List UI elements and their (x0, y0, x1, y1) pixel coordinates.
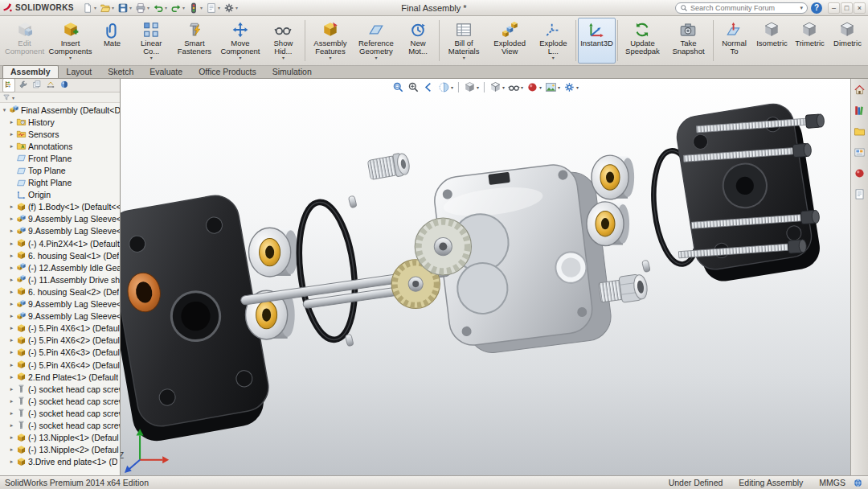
file-properties-dropdown-icon[interactable]: ▾ (218, 5, 220, 10)
dowel-pin-2[interactable] (345, 334, 354, 347)
tree-item-sensors[interactable]: ▸Sensors (0, 128, 120, 140)
undo-dropdown-icon[interactable]: ▾ (165, 5, 167, 10)
tree-item-9-assembly-lag-sleeve[interactable]: ▸9.Assembly Lag Sleeve< (0, 213, 120, 225)
ribbon-assembly-features-button[interactable]: Assembly Features▾ (307, 18, 353, 64)
chevron-down-icon[interactable]: ▾ (69, 55, 72, 60)
tree-expander-icon[interactable]: ▸ (9, 434, 14, 441)
save-button[interactable]: ▾ (116, 2, 133, 14)
tree-expander-icon[interactable]: ▸ (9, 398, 14, 405)
feature-manager-tab[interactable] (2, 78, 15, 92)
display-manager-tab[interactable] (59, 79, 70, 92)
open-document-dropdown-icon[interactable]: ▾ (112, 5, 114, 10)
chevron-down-icon[interactable]: ▾ (539, 84, 542, 90)
minimize-button[interactable]: – (828, 2, 840, 14)
chevron-down-icon[interactable]: ▾ (558, 84, 560, 90)
chevron-down-icon[interactable]: ▾ (521, 84, 523, 90)
tree-item-origin[interactable]: Origin (0, 189, 120, 201)
o-ring-seal-1[interactable] (293, 199, 362, 343)
tab-office-products[interactable]: Office Products (190, 65, 264, 78)
tree-expander-icon[interactable]: ▸ (9, 301, 14, 307)
ribbon-trimetric-button[interactable]: Trimetric (791, 18, 829, 64)
apply-scene-button[interactable]: ▾ (544, 80, 561, 94)
tree-expander-icon[interactable]: ▸ (9, 203, 14, 210)
tree-expander-icon[interactable]: ▸ (9, 131, 14, 138)
tree-item-right-plane[interactable]: Right Plane (0, 177, 120, 189)
globe-icon[interactable] (853, 478, 863, 488)
tree-expander-icon[interactable]: ▸ (9, 386, 14, 392)
dowel-pin-1[interactable] (348, 195, 357, 208)
tree-expander-icon[interactable]: ▸ (9, 422, 14, 429)
chevron-down-icon[interactable]: ▾ (282, 55, 285, 60)
tab-layout[interactable]: Layout (59, 65, 100, 78)
tab-simulation[interactable]: Simulation (264, 65, 320, 78)
file-explorer-button[interactable] (853, 125, 866, 140)
tree-item-13-nipple-1-defaul[interactable]: ▸(-) 13.Nipple<1> (Defaul (0, 432, 120, 444)
ribbon-edit-component-button[interactable]: Edit Component (2, 18, 47, 64)
property-manager-tab[interactable] (18, 79, 29, 92)
solidworks-resources-button[interactable] (853, 83, 866, 98)
tree-expander-icon[interactable]: ▸ (9, 325, 14, 331)
community-search[interactable]: ▾ (675, 2, 808, 14)
tree-item-6-housing-seal-2-def[interactable]: ▸6. housing Seal<2> (Def (0, 286, 120, 298)
display-style-button[interactable]: ▾ (489, 80, 506, 94)
ribbon-move-component-button[interactable]: Move Component▾ (217, 18, 263, 64)
appearances-scenes-button[interactable] (853, 166, 866, 182)
tree-expander-icon[interactable]: ▸ (9, 143, 14, 150)
tree-expander-icon[interactable]: ▸ (9, 446, 14, 453)
tree-item-socket-head-cap-screw[interactable]: ▸(-) socket head cap screw (0, 419, 120, 431)
ribbon-new-mot-button[interactable]: New Mot... (399, 18, 436, 64)
zoom-to-fit-button[interactable] (391, 80, 405, 94)
chevron-down-icon[interactable]: ▾ (477, 84, 479, 90)
ribbon-isometric-button[interactable]: Isometric (753, 18, 791, 64)
custom-properties-button[interactable] (853, 187, 866, 203)
ribbon-show-hid-button[interactable]: Show Hid...▾ (263, 18, 303, 64)
options-dropdown-icon[interactable]: ▾ (235, 5, 238, 10)
bearing-sleeve-1[interactable] (249, 228, 298, 277)
open-document-button[interactable]: ▾ (98, 2, 116, 14)
zoom-to-area-button[interactable] (407, 80, 420, 94)
graphics-area[interactable]: Z ▾▾▾▾▾▾▾ (121, 79, 850, 475)
maximize-button[interactable]: □ (841, 2, 853, 14)
chevron-down-icon[interactable]: ▾ (463, 55, 465, 60)
tab-sketch[interactable]: Sketch (100, 65, 141, 78)
tree-item-3-drive-end-plate-1-d[interactable]: ▸3.Drive end plate<1> (D (0, 456, 120, 468)
tree-expander-icon[interactable]: ▸ (9, 410, 14, 417)
statusbar-units[interactable]: MMGS (819, 478, 845, 487)
ribbon-instant3d-button[interactable]: Instant3D (578, 18, 616, 64)
previous-view-button[interactable] (422, 80, 436, 94)
configuration-manager-tab[interactable] (31, 79, 43, 92)
help-button[interactable]: ? (811, 2, 822, 14)
tree-expander-icon[interactable]: ▸ (9, 240, 14, 247)
ribbon-mate-button[interactable]: Mate (93, 18, 131, 64)
section-view-button[interactable]: ▾ (437, 80, 454, 94)
tree-expander-icon[interactable]: ▸ (9, 337, 14, 343)
ribbon-bill-of-materials-button[interactable]: Bill of Materials▾ (441, 18, 487, 64)
ribbon-update-speedpak-button[interactable]: Update Speedpak (620, 18, 665, 64)
undo-button[interactable]: ▾ (151, 2, 169, 14)
dimxpert-manager-tab[interactable] (45, 79, 56, 92)
tree-expander-icon[interactable]: ▸ (9, 253, 14, 259)
redo-dropdown-icon[interactable]: ▾ (182, 5, 185, 10)
chevron-down-icon[interactable]: ▾ (375, 55, 377, 60)
ribbon-take-snapshot-button[interactable]: Take Snapshot (665, 18, 711, 64)
bearing-sleeve-3[interactable] (592, 155, 634, 199)
save-dropdown-icon[interactable]: ▾ (129, 5, 132, 10)
drive-gear[interactable] (415, 218, 471, 275)
chevron-down-icon[interactable]: ▾ (329, 55, 331, 60)
tree-item-13-nipple-2-defaul[interactable]: ▸(-) 13.Nipple<2> (Defaul (0, 444, 120, 456)
tree-item-5-pin-4x6-4-defaul[interactable]: ▸(-) 5.Pin 4X6<4> (Defaul (0, 359, 120, 371)
redo-button[interactable]: ▾ (169, 2, 186, 14)
print-dropdown-icon[interactable]: ▾ (147, 5, 149, 10)
filter-dropdown-icon[interactable]: ▾ (12, 95, 14, 101)
tree-expander-icon[interactable]: ▸ (9, 458, 14, 465)
new-document-dropdown-icon[interactable]: ▾ (94, 5, 96, 10)
options-button[interactable]: ▾ (222, 2, 240, 14)
dowel-pin-3[interactable] (642, 260, 651, 273)
hide-show-items-button[interactable]: ▾ (507, 80, 524, 94)
ribbon-explode-l-button[interactable]: Explode L...▾ (533, 18, 574, 64)
file-properties-button[interactable]: ▾ (204, 2, 222, 14)
tree-item-5-pin-4x6-2-defaul[interactable]: ▸(-) 5.Pin 4X6<2> (Defaul (0, 335, 120, 347)
tree-item-5-pin-4x6-1-defaul[interactable]: ▸(-) 5.Pin 4X6<1> (Defaul (0, 323, 120, 335)
ribbon-insert-components-button[interactable]: Insert Components▾ (47, 18, 93, 64)
search-dropdown-icon[interactable]: ▾ (800, 5, 803, 11)
